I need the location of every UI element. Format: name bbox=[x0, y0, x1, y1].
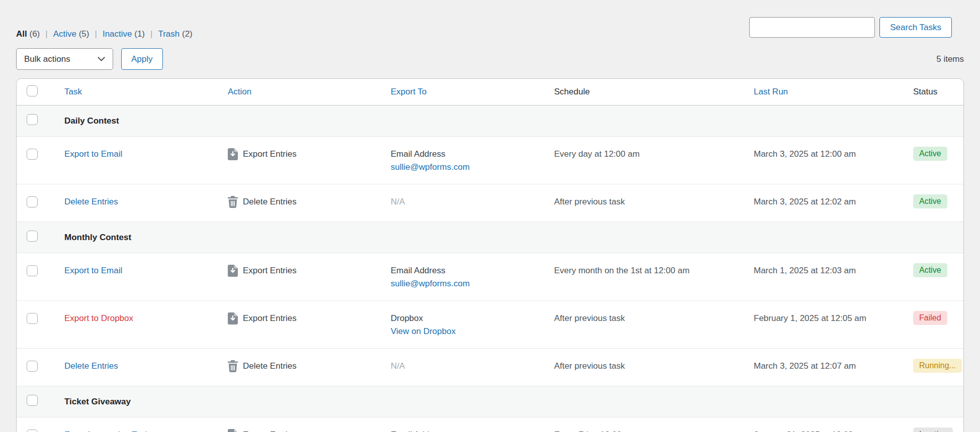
schedule-value: Every day at 12:00 am bbox=[539, 137, 738, 184]
export-target-type: Email Address bbox=[391, 429, 539, 432]
row-checkbox[interactable] bbox=[27, 149, 38, 160]
column-header-action[interactable]: Action bbox=[228, 87, 251, 96]
filter-trash[interactable]: Trash (2) bbox=[158, 29, 192, 39]
task-link[interactable]: Delete Entries bbox=[64, 197, 118, 206]
action-label: Export Entries bbox=[243, 313, 297, 324]
export-file-icon bbox=[228, 265, 238, 277]
row-checkbox[interactable] bbox=[27, 196, 38, 207]
status-badge: Inactive bbox=[913, 427, 953, 432]
export-target-type: Email Address bbox=[391, 265, 539, 276]
row-checkbox[interactable] bbox=[27, 429, 38, 432]
last-run-value: March 1, 2025 at 12:03 am bbox=[738, 253, 898, 300]
column-header-last-run[interactable]: Last Run bbox=[754, 87, 788, 96]
export-target-none: N/A bbox=[391, 197, 405, 206]
export-file-icon bbox=[228, 148, 238, 160]
search-tasks-button[interactable]: Search Tasks bbox=[879, 17, 952, 38]
export-target-link[interactable]: View on Dropbox bbox=[391, 326, 539, 337]
table-row: Delete Entries Delete Entries N/A After … bbox=[17, 184, 963, 222]
trash-icon bbox=[228, 196, 238, 208]
apply-button[interactable]: Apply bbox=[121, 48, 163, 70]
last-run-value: March 3, 2025 at 12:07 am bbox=[738, 349, 898, 386]
group-checkbox[interactable] bbox=[27, 114, 38, 125]
task-link[interactable]: Export to Email bbox=[64, 266, 122, 275]
task-link[interactable]: Export to Email bbox=[64, 149, 122, 159]
filter-separator: | bbox=[150, 29, 152, 39]
schedule-value: After previous task bbox=[539, 301, 738, 348]
status-badge: Failed bbox=[913, 311, 947, 325]
last-run-value: March 3, 2025 at 12:02 am bbox=[738, 184, 898, 222]
filter-separator: | bbox=[95, 29, 97, 39]
tasks-page: All (6)|Active (5)|Inactive (1)|Trash (2… bbox=[0, 0, 980, 432]
action-label: Export Entries bbox=[243, 429, 297, 432]
filter-inactive[interactable]: Inactive (1) bbox=[103, 29, 145, 39]
group-row: Ticket Giveaway bbox=[17, 386, 963, 417]
table-header-row: Task Action Export To Schedule Last Run … bbox=[17, 79, 963, 105]
table-row: Delete Entries Delete Entries N/A After … bbox=[17, 349, 963, 386]
table-row: Export to Email Export Entries Email Add… bbox=[17, 253, 963, 301]
export-target-type: Email Address bbox=[391, 149, 539, 160]
status-badge: Active bbox=[913, 147, 947, 161]
export-target-link[interactable]: sullie@wpforms.com bbox=[391, 162, 539, 173]
export-file-icon bbox=[228, 429, 238, 432]
bulk-actions-select[interactable]: Bulk actions bbox=[16, 48, 113, 70]
status-badge: Running... bbox=[913, 359, 962, 373]
action-label: Export Entries bbox=[243, 265, 297, 276]
column-header-export-to[interactable]: Export To bbox=[391, 87, 427, 96]
task-link[interactable]: Entry Automation Task bbox=[64, 430, 149, 432]
schedule-value: After previous task bbox=[539, 184, 738, 222]
bulk-actions: Bulk actions Apply bbox=[16, 48, 163, 70]
search-box: Search Tasks bbox=[749, 17, 952, 38]
group-row: Monthly Contest bbox=[17, 222, 963, 253]
trash-icon bbox=[228, 360, 238, 372]
status-badge: Active bbox=[913, 263, 947, 277]
table-row: Export to Dropbox Export Entries Dropbox… bbox=[17, 301, 963, 349]
row-checkbox[interactable] bbox=[27, 313, 38, 324]
export-target-none: N/A bbox=[391, 361, 405, 371]
select-all-checkbox[interactable] bbox=[27, 85, 38, 96]
export-target-type: Dropbox bbox=[391, 313, 539, 324]
row-checkbox[interactable] bbox=[27, 361, 38, 372]
group-checkbox[interactable] bbox=[27, 231, 38, 242]
column-header-schedule: Schedule bbox=[554, 87, 590, 96]
schedule-value: Every month on the 1st at 12:00 am bbox=[539, 253, 738, 300]
filter-separator: | bbox=[45, 29, 47, 39]
task-link[interactable]: Delete Entries bbox=[64, 361, 118, 371]
table-row: Export to Email Export Entries Email Add… bbox=[17, 137, 963, 184]
task-link[interactable]: Export to Dropbox bbox=[64, 313, 133, 323]
table-row: Entry Automation Task Export Entries Ema… bbox=[17, 417, 963, 432]
items-count: 5 items bbox=[936, 54, 964, 64]
action-label: Export Entries bbox=[243, 149, 297, 160]
search-input[interactable] bbox=[749, 17, 875, 38]
group-row: Daily Contest bbox=[17, 105, 963, 137]
export-file-icon bbox=[228, 312, 238, 325]
group-title: Monthly Contest bbox=[49, 233, 212, 243]
row-checkbox[interactable] bbox=[27, 265, 38, 276]
filter-all[interactable]: All (6) bbox=[16, 29, 40, 39]
status-badge: Active bbox=[913, 194, 947, 208]
last-run-value: January 31, 2025 at 12:03 am bbox=[738, 417, 898, 432]
action-label: Delete Entries bbox=[243, 196, 297, 207]
export-target-link[interactable]: sullie@wpforms.com bbox=[391, 278, 539, 289]
last-run-value: March 3, 2025 at 12:00 am bbox=[738, 137, 898, 184]
schedule-value: Every Fri at 12:00 am bbox=[539, 417, 738, 432]
action-label: Delete Entries bbox=[243, 361, 297, 372]
group-title: Ticket Giveaway bbox=[49, 397, 212, 407]
schedule-value: After previous task bbox=[539, 349, 738, 386]
table-toolbar: Bulk actions Apply 5 items bbox=[16, 48, 964, 70]
bulk-actions-selected-value: Bulk actions bbox=[24, 54, 70, 64]
column-header-status: Status bbox=[913, 87, 937, 96]
chevron-down-icon bbox=[98, 57, 105, 62]
filter-active[interactable]: Active (5) bbox=[53, 29, 90, 39]
column-header-task[interactable]: Task bbox=[64, 87, 82, 96]
tasks-table: Task Action Export To Schedule Last Run … bbox=[16, 78, 964, 432]
group-checkbox[interactable] bbox=[27, 395, 38, 406]
last-run-value: February 1, 2025 at 12:05 am bbox=[738, 301, 898, 348]
group-title: Daily Contest bbox=[49, 116, 212, 126]
